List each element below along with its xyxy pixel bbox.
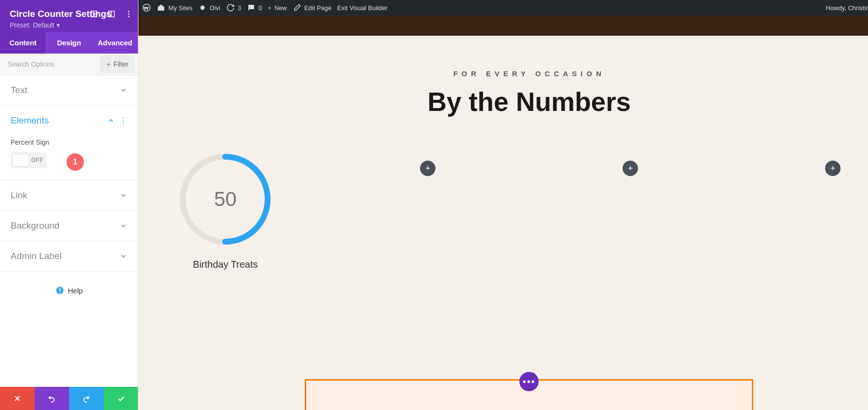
toggle-knob: [13, 154, 29, 166]
testimonial-module[interactable]: “ •••: [305, 379, 753, 410]
section-title: Text: [11, 85, 27, 96]
wp-admin-bar: My Sites Divi 3 0 +New Edit Page Exit Vi…: [138, 0, 868, 15]
section-title: Elements: [11, 115, 49, 126]
svg-point-5: [128, 14, 130, 15]
add-module-col-2: +: [370, 151, 486, 270]
chevron-up-icon: [107, 117, 115, 124]
svg-point-4: [128, 11, 130, 12]
settings-tabs: Content Design Advanced: [0, 32, 138, 54]
site-divi-link[interactable]: Divi: [198, 3, 220, 12]
percent-sign-label: Percent Sign: [11, 138, 127, 146]
add-module-col-4: +: [775, 151, 868, 270]
add-module-button[interactable]: +: [825, 161, 841, 176]
chevron-down-icon: [120, 222, 127, 230]
cancel-button[interactable]: [0, 387, 35, 410]
caret-down-icon: ▾: [56, 21, 60, 29]
help-link[interactable]: ? Help: [0, 272, 138, 314]
help-label: Help: [68, 287, 83, 295]
add-module-col-3: +: [572, 151, 688, 270]
content-area: FOR EVERY OCCASION By the Numbers 50 Bir…: [138, 36, 868, 410]
plus-icon: +: [107, 60, 110, 68]
section-link: Link: [0, 180, 138, 211]
svg-text:?: ?: [58, 287, 61, 293]
preset-label: Preset: Default: [10, 21, 54, 29]
svg-point-1: [94, 14, 95, 15]
updates-link[interactable]: 3: [226, 3, 241, 12]
wpbar-left: My Sites Divi 3 0 +New Edit Page Exit Vi…: [142, 3, 388, 12]
add-module-button[interactable]: +: [623, 161, 638, 176]
section-admin-label: Admin Label: [0, 241, 138, 272]
chevron-down-icon: [120, 86, 127, 94]
redo-button[interactable]: [69, 387, 104, 410]
circle-counter-module[interactable]: 50 Birthday Treats: [167, 151, 283, 270]
section-menu-icon[interactable]: ⋮: [120, 116, 127, 125]
wpbar-right: Howdy, Christina Gwira: [826, 3, 868, 12]
chevron-down-icon: [120, 191, 127, 199]
section-text-header[interactable]: Text: [0, 75, 138, 105]
search-row: + Filter: [0, 54, 138, 75]
section-elements-header[interactable]: Elements ⋮: [0, 106, 138, 136]
section-link-header[interactable]: Link: [0, 180, 138, 210]
section-background: Background: [0, 211, 138, 241]
section-background-header[interactable]: Background: [0, 211, 138, 241]
svg-point-12: [201, 6, 205, 10]
columns-icon[interactable]: [107, 10, 116, 18]
tab-advanced[interactable]: Advanced: [92, 32, 138, 54]
comments-link[interactable]: 0: [247, 3, 262, 12]
annotation-badge-1: 1: [67, 153, 84, 171]
circle-counter: 50: [177, 151, 273, 247]
help-icon: ?: [55, 286, 64, 295]
section-title: Admin Label: [11, 251, 62, 261]
percent-sign-toggle[interactable]: OFF: [11, 152, 47, 168]
section-title: Background: [11, 220, 59, 231]
add-module-button[interactable]: +: [420, 161, 435, 176]
exit-vb-link[interactable]: Exit Visual Builder: [337, 4, 388, 12]
preset-selector[interactable]: Preset: Default ▾: [10, 21, 60, 29]
filter-button[interactable]: + Filter: [100, 55, 135, 73]
my-sites-link[interactable]: My Sites: [157, 3, 192, 12]
plus-icon: +: [268, 4, 271, 12]
counters-row: 50 Birthday Treats + + +: [138, 151, 868, 270]
more-icon[interactable]: [124, 10, 133, 18]
svg-point-6: [128, 16, 130, 17]
edit-page-link[interactable]: Edit Page: [293, 3, 331, 12]
tab-content[interactable]: Content: [0, 32, 46, 54]
section-title: Link: [11, 190, 27, 201]
new-link[interactable]: +New: [268, 4, 287, 12]
section-admin-label-header[interactable]: Admin Label: [0, 241, 138, 271]
filter-label: Filter: [113, 60, 128, 68]
module-actions-button[interactable]: •••: [519, 372, 539, 391]
settings-sidebar: Circle Counter Settings Preset: Default …: [0, 0, 138, 410]
save-button[interactable]: [104, 387, 138, 410]
sidebar-footer: [0, 387, 138, 410]
search-input[interactable]: [0, 54, 100, 75]
counter-value: 50: [177, 151, 273, 247]
header-icons: [90, 10, 133, 18]
tab-design[interactable]: Design: [46, 32, 92, 54]
section-actions: ⋮: [107, 116, 127, 125]
hero-strip: [138, 15, 868, 36]
section-subtitle: FOR EVERY OCCASION: [138, 69, 868, 78]
section-title: By the Numbers: [138, 86, 868, 117]
howdy-user[interactable]: Howdy, Christina Gwira: [826, 3, 868, 12]
toggle-state-label: OFF: [29, 157, 45, 164]
chevron-down-icon: [120, 252, 127, 260]
counter-label: Birthday Treats: [193, 259, 258, 270]
expand-icon[interactable]: [90, 10, 98, 18]
wp-logo-icon[interactable]: [142, 3, 151, 12]
section-elements: Elements ⋮ Percent Sign OFF: [0, 106, 138, 180]
sidebar-header: Circle Counter Settings Preset: Default …: [0, 0, 138, 32]
page-canvas: My Sites Divi 3 0 +New Edit Page Exit Vi…: [138, 0, 868, 410]
undo-button[interactable]: [35, 387, 69, 410]
section-text: Text: [0, 75, 138, 106]
